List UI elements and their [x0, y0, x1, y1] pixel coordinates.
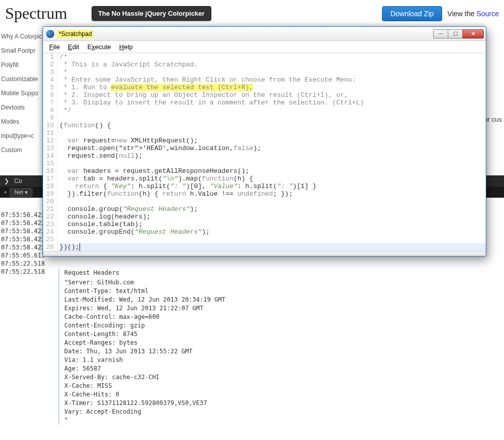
console-line: Content-Length: 8745 — [64, 330, 500, 339]
window-titlebar[interactable]: *Scratchpad ─ ☐ ✕ — [43, 27, 486, 41]
timestamp: 07:53:58.423 — [0, 235, 45, 243]
code-body[interactable]: /* * This is a JavaScript Scratchpad. * … — [58, 53, 486, 251]
console-line: Age: 56587 — [64, 364, 500, 373]
maximize-button[interactable]: ☐ — [448, 29, 463, 39]
menu-file[interactable]: File — [46, 42, 63, 52]
window-statusbar — [43, 251, 486, 256]
menu-edit[interactable]: Edit — [65, 42, 82, 52]
scratchpad-window: *Scratchpad ─ ☐ ✕ File Edit Execute Help… — [43, 26, 486, 256]
timestamp: 07:55:22.518 — [0, 260, 45, 268]
console-line: Accept-Ranges: bytes — [64, 339, 500, 347]
view-source-text: View the Source — [447, 10, 499, 18]
tagline-badge: The No Hassle jQuery Colorpicker — [92, 6, 211, 21]
app-icon — [46, 30, 54, 38]
source-link[interactable]: Source — [477, 10, 499, 18]
console-line: X-Served-By: cache-c32-CHI — [64, 373, 500, 382]
caret-icon: ❯ — [4, 177, 9, 185]
console-line: " — [64, 416, 500, 425]
timestamp: 07:55:05.613 — [0, 251, 45, 260]
minimize-button[interactable]: ─ — [433, 29, 448, 39]
timestamp: 07:53:58.423 — [0, 211, 45, 219]
devtools-label: Co — [14, 177, 22, 185]
menubar: File Edit Execute Help — [43, 41, 486, 53]
console-line: "Server: GitHub.com — [64, 278, 500, 287]
console-line: X-Cache-Hits: 0 — [64, 390, 500, 399]
download-zip-button[interactable]: Download Zip — [382, 6, 443, 21]
console-line: Vary: Accept-Encoding — [64, 408, 500, 416]
net-filter-button[interactable]: Net ▾ — [10, 188, 32, 197]
line-number-gutter: 1234567891011121314151617181920212223242… — [43, 53, 58, 251]
console-group-title[interactable]: Request Headers — [64, 269, 500, 277]
page-header: Spectrum The No Hassle jQuery Colorpicke… — [0, 0, 504, 27]
console-line: Content-Encoding: gzip — [64, 321, 500, 330]
bullet-icon: ● — [4, 190, 7, 195]
chevron-down-icon: ▾ — [25, 189, 28, 195]
code-editor[interactable]: 1234567891011121314151617181920212223242… — [43, 53, 486, 251]
console-line: Via: 1.1 varnish — [64, 356, 500, 364]
timestamp: 07:53:58.423 — [0, 243, 45, 251]
view-prefix: View the — [447, 10, 476, 18]
net-label: Net — [14, 189, 23, 195]
console-line: Cache-Control: max-age=600 — [64, 313, 500, 321]
close-button[interactable]: ✕ — [462, 29, 484, 39]
console-output: Request Headers "Server: GitHub.comConte… — [58, 269, 500, 425]
console-line: Date: Thu, 13 Jun 2013 12:55:22 GMT — [64, 347, 500, 356]
window-title: *Scratchpad — [57, 30, 93, 38]
console-line: Expires: Wed, 12 Jun 2013 21:22:07 GMT — [64, 304, 500, 313]
menu-execute[interactable]: Execute — [84, 42, 114, 52]
timestamp: 07:55:22.518 — [0, 268, 45, 276]
timestamp-column: 07:53:58.423 07:53:58.423 07:53:58.423 0… — [0, 211, 45, 276]
timestamp: 07:53:58.423 — [0, 227, 45, 235]
clipped-text: or cus — [484, 116, 502, 123]
console-line: X-Timer: S1371128122.592800379,VS0,VE37 — [64, 399, 500, 408]
timestamp: 07:53:58.423 — [0, 219, 45, 227]
console-line: Content-Type: text/html — [64, 287, 500, 296]
console-line: Last-Modified: Wed, 12 Jun 2013 20:34:19… — [64, 296, 500, 304]
app-logo: Spectrum — [5, 4, 67, 23]
menu-help[interactable]: Help — [116, 42, 136, 52]
console-line: X-Cache: MISS — [64, 382, 500, 390]
